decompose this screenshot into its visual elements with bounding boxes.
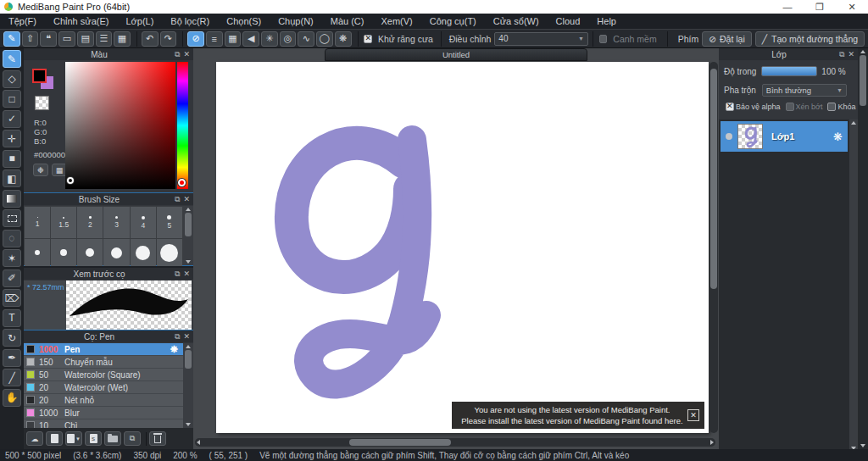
brush-size-3[interactable]: 3 <box>103 207 129 238</box>
snap-curve-icon[interactable]: ∿ <box>298 31 314 47</box>
close-icon[interactable]: ✕ <box>183 269 190 278</box>
canvas-vscrollbar[interactable] <box>709 62 718 433</box>
bucket-tool[interactable]: ◧ <box>3 169 21 187</box>
document-icon[interactable]: ▤ <box>77 31 94 47</box>
snap-settings-gear-icon[interactable]: ❋ <box>335 31 352 47</box>
snap-ellipse-icon[interactable]: ◯ <box>316 31 333 47</box>
brush-list-scrollbar[interactable] <box>183 343 193 428</box>
clip-checkbox[interactable] <box>786 103 794 111</box>
palette-button[interactable]: ❉ <box>33 164 48 176</box>
cloud-download-icon[interactable]: ☁ <box>26 431 43 446</box>
layer-settings-gear-icon[interactable]: ❋ <box>833 131 843 143</box>
layer-row[interactable]: Lớp1 ❋ <box>721 121 848 152</box>
restore-button[interactable]: ❐ <box>804 2 836 13</box>
text-tool[interactable]: T <box>3 309 21 327</box>
close-button[interactable]: ✕ <box>836 2 868 13</box>
hscroll-thumb[interactable] <box>349 439 451 446</box>
antialias-checkbox[interactable] <box>364 35 371 43</box>
brush-row-chi[interactable]: 10 Chì <box>24 419 183 428</box>
saturation-value-square[interactable] <box>65 62 175 189</box>
menu-window[interactable]: Cửa sổ(W) <box>485 14 548 29</box>
brush-list-header[interactable]: Cọ: Pen ⧉ ✕ <box>24 330 193 342</box>
popout-icon[interactable]: ⧉ <box>175 269 180 279</box>
menu-layer[interactable]: Lớp(L) <box>117 14 162 29</box>
notification-close-icon[interactable]: ✕ <box>687 409 699 421</box>
dock-scrollbar[interactable] <box>858 48 868 449</box>
layer-panel-header[interactable]: Lớp ⧉ ✕ <box>719 48 858 60</box>
move-tool[interactable]: ✛ <box>3 130 21 147</box>
eyedropper-tool[interactable]: ✒ <box>3 349 21 367</box>
lasso-tool[interactable]: ◌ <box>3 230 21 247</box>
brush-size-scrollbar[interactable] <box>183 206 193 265</box>
snap-parallel-icon[interactable]: ≡ <box>206 31 223 47</box>
list-settings-icon[interactable]: ☰ <box>96 31 113 47</box>
brush-size-15[interactable] <box>157 239 182 266</box>
snap-off-icon[interactable]: ⊘ <box>187 31 204 47</box>
scroll-left-icon[interactable] <box>197 440 200 445</box>
scroll-right-icon[interactable] <box>710 440 714 445</box>
comment-icon[interactable]: ❝ <box>40 31 57 47</box>
select-rect-tool[interactable] <box>3 209 21 227</box>
select-eraser-tool[interactable]: ⌦ <box>3 289 21 307</box>
create-line-button[interactable]: ╱ Tạo một đường thẳng <box>755 31 865 47</box>
rotate-tool[interactable]: ↻ <box>3 329 21 347</box>
folder-icon[interactable] <box>104 431 121 446</box>
hue-bar[interactable] <box>177 62 188 189</box>
popout-icon[interactable]: ⧉ <box>175 50 180 59</box>
vscroll-thumb[interactable] <box>710 69 717 289</box>
popout-icon[interactable]: ⧉ <box>839 50 844 59</box>
brush-size-header[interactable]: Brush Size ⧉ ✕ <box>24 193 193 205</box>
brush-size-1[interactable]: 1 <box>25 207 50 238</box>
brush-size-5[interactable]: 5 <box>157 207 182 238</box>
snap-radial-icon[interactable]: ✳ <box>261 31 278 47</box>
drawing-canvas[interactable] <box>216 62 709 433</box>
close-icon[interactable]: ✕ <box>183 195 190 203</box>
brush-size-12[interactable] <box>131 239 156 266</box>
menu-color[interactable]: Màu (C) <box>322 14 373 29</box>
brush-size-6[interactable] <box>25 239 50 266</box>
scroll-up-icon[interactable] <box>860 50 865 53</box>
shape-tool[interactable]: □ <box>3 90 21 108</box>
menu-file[interactable]: Tệp(F) <box>0 14 45 29</box>
snap-circle-icon[interactable]: ◎ <box>280 31 297 47</box>
close-icon[interactable]: ✕ <box>183 332 190 341</box>
menu-snap[interactable]: Chụp(N) <box>270 14 322 29</box>
hand-tool[interactable]: ✋ <box>3 389 21 407</box>
menu-view[interactable]: Xem(V) <box>372 14 420 29</box>
brush-script-icon[interactable]: S <box>85 431 102 446</box>
minimize-button[interactable]: — <box>771 2 804 13</box>
transparent-swatch[interactable] <box>35 96 49 110</box>
upload-icon[interactable]: ⇧ <box>22 31 39 47</box>
scroll-up-icon[interactable] <box>186 208 191 211</box>
menu-cloud[interactable]: Cloud <box>548 14 589 29</box>
brush-row-net-nho[interactable]: 20 Nét nhỏ <box>24 394 183 407</box>
menu-filter[interactable]: Bộ lọc(R) <box>162 14 218 29</box>
eraser-tool[interactable]: ◇ <box>3 70 21 88</box>
close-icon[interactable]: ✕ <box>848 50 854 58</box>
popout-icon[interactable]: ⧉ <box>175 332 180 342</box>
draw-mode-icon[interactable]: ✎ <box>3 31 20 47</box>
scroll-down-icon[interactable] <box>860 444 865 447</box>
brush-settings-gear-icon[interactable]: ❋ <box>170 344 178 355</box>
brush-size-2[interactable]: 2 <box>77 207 103 238</box>
scroll-down-icon[interactable] <box>186 423 191 426</box>
brush-preview-header[interactable]: Xem trước cọ ⧉ ✕ <box>24 268 193 280</box>
menu-select[interactable]: Chọn(S) <box>218 14 270 29</box>
material-grid-icon[interactable]: ▦ <box>114 31 131 47</box>
snap-check-tool[interactable]: ✓ <box>3 110 21 128</box>
redo-icon[interactable]: ↷ <box>160 31 177 47</box>
snap-grid-icon[interactable]: ▦ <box>225 31 242 47</box>
brush-row-watercolor-wet[interactable]: 20 Watercolor (Wet) <box>24 381 183 394</box>
lock-checkbox[interactable] <box>827 103 836 111</box>
snap-vanishing-icon[interactable]: ◀ <box>242 31 259 47</box>
popout-icon[interactable]: ⧉ <box>175 195 180 204</box>
brush-row-chuyen-mau[interactable]: 150 Chuyển mẫu <box>24 356 183 369</box>
divide-tool[interactable]: ╱ <box>3 369 21 386</box>
add-brush-menu-icon[interactable]: ▼ <box>65 431 82 446</box>
delete-brush-icon[interactable] <box>149 431 166 446</box>
blend-dropdown[interactable]: Bình thường ▼ <box>762 84 847 97</box>
brush-row-watercolor-square[interactable]: 50 Watercolor (Square) <box>24 369 183 381</box>
magic-wand-tool[interactable]: ✶ <box>3 249 21 267</box>
brush-size-4[interactable]: 4 <box>131 207 156 238</box>
menu-edit[interactable]: Chỉnh sửa(E) <box>45 14 117 29</box>
